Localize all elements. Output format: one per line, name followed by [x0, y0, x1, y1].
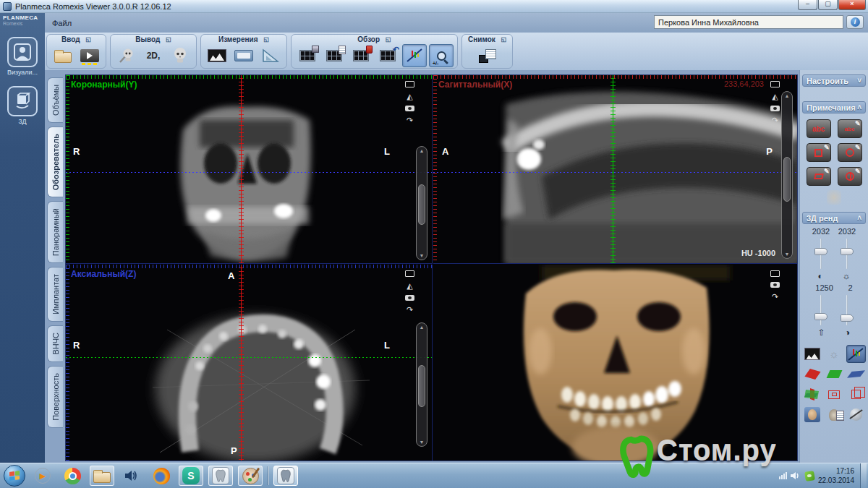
file-menu[interactable]: Файл: [45, 17, 79, 30]
slider-thumb[interactable]: [841, 248, 854, 255]
annotations-section-header[interactable]: Примечания ˄: [802, 101, 866, 114]
draw-ellipse-button[interactable]: ✎: [838, 143, 862, 162]
lighting-option-button[interactable]: ☼: [825, 345, 844, 363]
camera-icon[interactable]: [405, 106, 414, 111]
sagittal-scrollbar[interactable]: ▲ ▼: [781, 91, 793, 259]
axial-crosshair-vertical[interactable]: [241, 265, 242, 461]
delete-layout-button[interactable]: [349, 44, 373, 67]
maximize-button[interactable]: ▢: [818, 0, 838, 10]
camera-icon[interactable]: [405, 295, 414, 301]
tab-explorer[interactable]: Обозреватель: [47, 127, 63, 197]
taskbar-chrome[interactable]: [60, 466, 85, 486]
histogram-option-button[interactable]: [803, 345, 822, 363]
scroll-up-icon[interactable]: ▲: [417, 325, 427, 330]
taskbar-clock[interactable]: 17:16 22.03.2014: [818, 466, 856, 486]
render3d-section-header[interactable]: 3Д ренд ˄: [802, 212, 866, 224]
layout-list-button[interactable]: [322, 44, 346, 67]
dialog-launcher-icon[interactable]: ◱: [264, 36, 270, 43]
find-text-button[interactable]: abc ✎: [838, 119, 862, 138]
sphere-clip-button[interactable]: [846, 406, 866, 424]
slice-lines-option-button[interactable]: [846, 345, 866, 363]
angle-tool-button[interactable]: [258, 44, 283, 67]
module-visualization-button[interactable]: Визуали...: [4, 37, 41, 76]
taskbar-volume-mixer[interactable]: [119, 466, 144, 486]
module-3d-button[interactable]: 3Д: [4, 86, 41, 125]
axial-plane-button[interactable]: [846, 365, 866, 383]
open-volume-button[interactable]: [51, 44, 75, 67]
taskbar-firefox[interactable]: [149, 466, 174, 486]
rotate-icon[interactable]: ↷: [772, 116, 778, 124]
skull-view-button[interactable]: [168, 44, 192, 67]
import-button[interactable]: [77, 44, 102, 67]
axial-crosshair-horizontal[interactable]: [66, 357, 432, 358]
coronal-scrollbar[interactable]: ▲ ▼: [416, 146, 427, 260]
three-planes-button[interactable]: [803, 385, 822, 403]
taskbar-explorer[interactable]: [90, 466, 114, 486]
gamma-slider[interactable]: [838, 294, 856, 327]
scroll-down-icon[interactable]: ▼: [417, 253, 427, 258]
dialog-launcher-icon[interactable]: ◱: [386, 36, 391, 43]
mirror-icon[interactable]: ◭: [407, 93, 412, 100]
taskbar-skype[interactable]: S: [179, 466, 203, 486]
draw-implant-button[interactable]: ✎: [807, 167, 831, 186]
add-text-button[interactable]: abc: [807, 119, 831, 138]
sagittal-plane-button[interactable]: [803, 365, 822, 383]
tab-surface[interactable]: Поверхность: [47, 366, 63, 428]
cube-clip-button[interactable]: [846, 385, 866, 403]
histogram-tool-button[interactable]: [205, 44, 229, 67]
scroll-thumb[interactable]: [783, 157, 791, 202]
antivirus-tray-icon[interactable]: [804, 471, 815, 481]
zoom-button[interactable]: +/-: [429, 44, 454, 67]
taskbar-romexis-1[interactable]: [208, 466, 233, 486]
render-3d-view[interactable]: ↷: [433, 265, 797, 461]
slider-thumb[interactable]: [841, 314, 854, 322]
coronal-view[interactable]: Коронарный(Y) R L ◭ ↷ ▲ ▼: [66, 75, 433, 264]
camera-icon[interactable]: [770, 282, 780, 288]
minimize-button[interactable]: –: [798, 0, 817, 10]
frustum-clip-button[interactable]: [825, 385, 844, 403]
tab-tmj[interactable]: ВНЧС: [47, 325, 63, 362]
scroll-thumb[interactable]: [418, 365, 425, 407]
coronal-crosshair-horizontal[interactable]: [66, 172, 432, 173]
snapshot-button[interactable]: [475, 44, 500, 67]
tab-panoramic[interactable]: Панорамный: [47, 201, 63, 263]
scroll-down-icon[interactable]: ▼: [417, 440, 427, 445]
maximize-view-icon[interactable]: [770, 81, 780, 87]
save-layout-button[interactable]: [295, 44, 320, 67]
slider-thumb[interactable]: [814, 313, 827, 320]
scroll-down-icon[interactable]: ▼: [782, 252, 792, 257]
maximize-view-icon[interactable]: [405, 81, 414, 87]
sagittal-view[interactable]: Сагиттальный(X) 233,64,203 A P HU -1000 …: [433, 75, 797, 264]
taskbar-media-player[interactable]: ▶: [30, 466, 55, 486]
draw-rectangle-button[interactable]: ✎: [807, 143, 831, 162]
tab-implant[interactable]: Имплантат: [47, 267, 63, 322]
sagittal-crosshair-horizontal[interactable]: [433, 172, 797, 173]
draw-angle-button[interactable]: ✎: [838, 167, 862, 186]
coronal-plane-button[interactable]: [825, 365, 844, 383]
taskbar-romexis-active[interactable]: [273, 466, 298, 486]
maximize-view-icon[interactable]: [405, 270, 414, 277]
brightness-slider[interactable]: [838, 237, 856, 270]
close-button[interactable]: ×: [838, 0, 866, 10]
configure-section-header[interactable]: Настроить ˅: [802, 74, 866, 87]
patient-info-button[interactable]: i: [846, 15, 864, 29]
axial-view[interactable]: Аксиальный(Z) A R L P ◭ ↷ ▲ ▼: [66, 265, 433, 461]
rotate-icon[interactable]: ↷: [407, 306, 413, 314]
face-photo-button[interactable]: [803, 406, 822, 424]
mirror-icon[interactable]: ◭: [772, 93, 778, 100]
maximize-view-icon[interactable]: [770, 270, 780, 277]
slider-thumb[interactable]: [814, 248, 827, 255]
rotate-icon[interactable]: ↷: [772, 293, 778, 301]
density-slider[interactable]: [812, 294, 830, 327]
start-button[interactable]: [4, 465, 25, 487]
panorama-tool-button[interactable]: [231, 44, 256, 67]
network-signal-icon[interactable]: [779, 472, 787, 479]
print-skull-button[interactable]: [114, 44, 139, 67]
coronal-crosshair-vertical[interactable]: [241, 75, 242, 263]
camera-icon[interactable]: [770, 106, 780, 111]
dialog-launcher-icon[interactable]: ◱: [501, 36, 507, 43]
contrast-slider[interactable]: [812, 237, 830, 270]
scroll-up-icon[interactable]: ▲: [782, 93, 792, 98]
dialog-launcher-icon[interactable]: ◱: [166, 36, 171, 43]
export-2d-button[interactable]: 2D,: [141, 44, 166, 67]
